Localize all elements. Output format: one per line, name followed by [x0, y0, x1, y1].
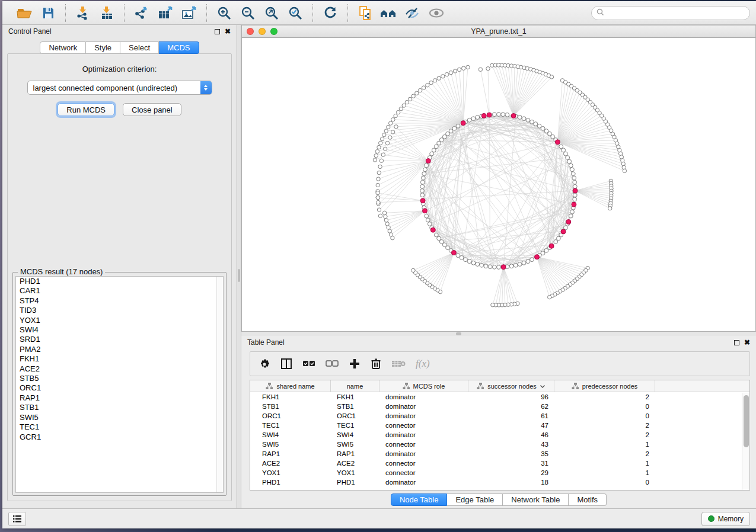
- cell-predecessor-nodes[interactable]: 0: [554, 477, 655, 487]
- new-network-from-selection-icon[interactable]: [355, 4, 375, 22]
- search-input[interactable]: [607, 9, 745, 17]
- mcds-result-item[interactable]: STB1: [16, 403, 223, 412]
- deselect-all-icon[interactable]: [326, 360, 339, 368]
- cell-name[interactable]: PHD1: [331, 477, 379, 487]
- mcds-result-item[interactable]: YOX1: [16, 316, 223, 325]
- cell-name[interactable]: STB1: [331, 402, 379, 411]
- zoom-fit-icon[interactable]: [261, 4, 282, 22]
- tab-edge-table[interactable]: Edge Table: [447, 493, 503, 506]
- cell-successor-nodes[interactable]: 46: [468, 430, 554, 440]
- column-header-name[interactable]: name: [331, 380, 379, 392]
- table-row[interactable]: PHD1PHD1dominator180: [250, 477, 749, 487]
- tab-node-table[interactable]: Node Table: [391, 493, 448, 506]
- zoom-out-icon[interactable]: [238, 4, 258, 22]
- search-box[interactable]: [591, 6, 750, 20]
- gear-icon[interactable]: [259, 358, 270, 370]
- column-header-successor-nodes[interactable]: successor nodes: [468, 380, 554, 392]
- cell-predecessor-nodes[interactable]: 0: [554, 411, 655, 421]
- mcds-result-item[interactable]: RAP1: [16, 393, 223, 403]
- cell-successor-nodes[interactable]: 29: [468, 468, 554, 477]
- cell-predecessor-nodes[interactable]: 1: [554, 459, 655, 468]
- float-panel-icon[interactable]: [734, 340, 739, 345]
- column-header-MCDS-role[interactable]: MCDS role: [379, 380, 468, 392]
- close-panel-button[interactable]: Close panel: [123, 103, 181, 116]
- mcds-result-item[interactable]: TEC1: [16, 422, 223, 432]
- mcds-result-item[interactable]: SWI4: [16, 325, 223, 335]
- cell-predecessor-nodes[interactable]: 2: [554, 430, 655, 440]
- column-header-predecessor-nodes[interactable]: predecessor nodes: [554, 380, 655, 392]
- export-network-icon[interactable]: [132, 4, 152, 22]
- cell-shared-name[interactable]: ACE2: [250, 459, 331, 468]
- cell-MCDS-role[interactable]: dominator: [379, 392, 468, 402]
- cell-MCDS-role[interactable]: dominator: [379, 449, 468, 459]
- cell-predecessor-nodes[interactable]: 0: [554, 402, 655, 411]
- zoom-in-icon[interactable]: [214, 4, 234, 22]
- open-icon[interactable]: [14, 4, 34, 22]
- cell-shared-name[interactable]: ORC1: [250, 411, 331, 421]
- cell-shared-name[interactable]: PHD1: [250, 477, 331, 487]
- cell-predecessor-nodes[interactable]: 1: [554, 468, 655, 477]
- cell-MCDS-role[interactable]: dominator: [379, 477, 468, 487]
- mcds-result-item[interactable]: SRD1: [16, 335, 223, 344]
- table-row[interactable]: SWI4SWI4dominator462: [250, 430, 749, 440]
- close-panel-icon[interactable]: ✖: [744, 339, 750, 346]
- hide-selected-icon[interactable]: [403, 4, 423, 22]
- network-graph[interactable]: [242, 38, 756, 332]
- cell-successor-nodes[interactable]: 35: [468, 449, 554, 459]
- cell-successor-nodes[interactable]: 18: [468, 477, 554, 487]
- tab-select[interactable]: Select: [120, 41, 159, 54]
- cell-shared-name[interactable]: FKH1: [250, 392, 331, 402]
- table-row[interactable]: FKH1FKH1dominator962: [250, 392, 749, 402]
- mcds-result-item[interactable]: ACE2: [16, 364, 223, 374]
- cell-MCDS-role[interactable]: dominator: [379, 411, 468, 421]
- cell-shared-name[interactable]: STB1: [250, 402, 331, 411]
- cell-name[interactable]: SWI5: [331, 440, 379, 449]
- table-row[interactable]: ACE2ACE2connector311: [250, 459, 749, 468]
- cell-name[interactable]: ACE2: [331, 459, 379, 468]
- cell-name[interactable]: RAP1: [331, 449, 379, 459]
- zoom-selected-icon[interactable]: [285, 4, 305, 22]
- cell-predecessor-nodes[interactable]: 1: [554, 440, 655, 449]
- mcds-result-item[interactable]: STP4: [16, 296, 223, 306]
- tab-motifs[interactable]: Motifs: [569, 493, 607, 506]
- delete-icon[interactable]: [371, 358, 381, 370]
- mcds-result-list[interactable]: PHD1CAR1STP4TID3YOX1SWI4SRD1PMA2FKH1ACE2…: [15, 276, 224, 493]
- float-panel-icon[interactable]: [215, 29, 220, 34]
- save-icon[interactable]: [38, 4, 58, 22]
- column-header-shared-name[interactable]: shared name: [250, 380, 331, 392]
- tab-network[interactable]: Network: [40, 41, 86, 54]
- tab-mcds[interactable]: MCDS: [159, 41, 199, 54]
- tab-network-table[interactable]: Network Table: [503, 493, 569, 506]
- cell-successor-nodes[interactable]: 31: [468, 459, 554, 468]
- cell-successor-nodes[interactable]: 43: [468, 440, 554, 449]
- table-row[interactable]: ORC1ORC1dominator610: [250, 411, 749, 421]
- refresh-icon[interactable]: [320, 4, 340, 22]
- select-all-icon[interactable]: [302, 360, 315, 368]
- close-panel-icon[interactable]: ✖: [225, 28, 231, 35]
- mcds-result-item[interactable]: STB5: [16, 374, 223, 383]
- cell-MCDS-role[interactable]: connector: [379, 440, 468, 449]
- cell-successor-nodes[interactable]: 96: [468, 392, 554, 402]
- cell-MCDS-role[interactable]: dominator: [379, 430, 468, 440]
- table-scrollbar[interactable]: [742, 393, 749, 490]
- mcds-result-item[interactable]: ORC1: [16, 383, 223, 393]
- cell-name[interactable]: ORC1: [331, 411, 379, 421]
- optimization-criterion-select[interactable]: largest connected component (undirected): [27, 81, 212, 95]
- table-row[interactable]: TEC1TEC1connector472: [250, 421, 749, 430]
- import-table-icon[interactable]: [97, 4, 117, 22]
- leaf-nodes[interactable]: [373, 63, 626, 307]
- mcds-result-item[interactable]: PHD1: [16, 277, 223, 286]
- table-row[interactable]: SWI5SWI5connector431: [250, 440, 749, 449]
- run-mcds-button[interactable]: Run MCDS: [58, 103, 114, 116]
- memory-button[interactable]: Memory: [701, 512, 750, 526]
- mcds-result-item[interactable]: CAR1: [16, 286, 223, 296]
- cell-MCDS-role[interactable]: connector: [379, 468, 468, 477]
- cell-name[interactable]: FKH1: [331, 392, 379, 402]
- list-scrollbar[interactable]: [216, 277, 223, 492]
- panel-list-button[interactable]: [8, 512, 26, 526]
- cell-name[interactable]: YOX1: [331, 468, 379, 477]
- cell-successor-nodes[interactable]: 61: [468, 411, 554, 421]
- table-row[interactable]: STB1STB1dominator620: [250, 402, 749, 411]
- vertical-splitter[interactable]: [237, 25, 241, 508]
- first-neighbors-icon[interactable]: [379, 4, 399, 22]
